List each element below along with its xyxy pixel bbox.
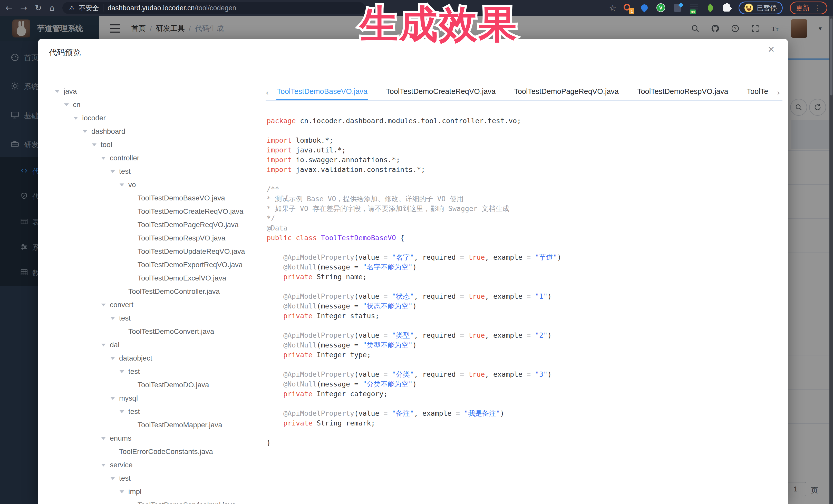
security-warning-icon[interactable]: ⚠ (69, 4, 75, 12)
tree-file[interactable]: ToolTestDemoServiceImpl.java (38, 498, 265, 504)
tree-expand-icon[interactable] (55, 90, 60, 93)
file-tab-0[interactable]: ToolTestDemoBaseVO.java (277, 87, 367, 100)
tree-folder[interactable]: tool (38, 138, 265, 151)
tree-file[interactable]: ToolTestDemoExportReqVO.java (38, 258, 265, 271)
tree-expand-icon[interactable] (101, 157, 106, 160)
tree-expand-icon[interactable] (120, 370, 124, 373)
code-line: * 如果子 VO 存在差异的字段，请不要添加到这里，影响 Swagger 文档生… (267, 204, 561, 214)
tree-folder[interactable]: iocoder (38, 111, 265, 125)
tree-file[interactable]: ToolTestDemoController.java (38, 285, 265, 298)
tree-file[interactable]: ToolTestDemoDO.java (38, 378, 265, 391)
tree-folder[interactable]: test (38, 405, 265, 418)
tree-node-label: vo (128, 181, 136, 189)
tree-folder[interactable]: java (38, 85, 265, 98)
tree-expand-icon[interactable] (101, 464, 106, 466)
tree-file[interactable]: ToolTestDemoCreateReqVO.java (38, 205, 265, 218)
tree-expand-icon[interactable] (120, 490, 124, 493)
tree-expand-icon[interactable] (110, 397, 115, 400)
tree-expand-icon[interactable] (120, 410, 124, 413)
tree-expand-icon[interactable] (101, 344, 106, 346)
tree-node-label: java (64, 87, 77, 95)
tree-folder[interactable]: dal (38, 338, 265, 352)
tree-folder[interactable]: mysql (38, 391, 265, 405)
browser-update-button[interactable]: 更新 ⋮ (790, 2, 827, 15)
code-line (267, 243, 561, 253)
file-tab-3[interactable]: ToolTestDemoRespVO.java (637, 87, 728, 100)
tree-folder[interactable]: test (38, 312, 265, 325)
forward-icon[interactable]: → (20, 4, 27, 12)
tree-expand-icon[interactable] (64, 103, 69, 106)
file-tab-1[interactable]: ToolTestDemoCreateReqVO.java (386, 87, 496, 100)
code-line (267, 428, 561, 438)
tree-file[interactable]: ToolTestDemoPageReqVO.java (38, 218, 265, 232)
tree-file[interactable]: ToolTestDemoUpdateReqVO.java (38, 245, 265, 258)
tree-expand-icon[interactable] (101, 304, 106, 306)
tree-file[interactable]: ToolTestDemoBaseVO.java (38, 191, 265, 205)
tree-file[interactable]: ToolTestDemoConvert.java (38, 325, 265, 338)
tree-folder[interactable]: dashboard (38, 125, 265, 138)
extension-icon[interactable] (673, 3, 682, 13)
tree-folder[interactable]: enums (38, 432, 265, 445)
code-viewer[interactable]: package cn.iocoder.dashboard.modules.too… (267, 116, 561, 448)
tabs-scroll-right-icon[interactable]: › (777, 88, 780, 97)
tree-folder[interactable]: test (38, 165, 265, 178)
tree-expand-icon[interactable] (92, 143, 96, 146)
code-line: @Data (267, 223, 561, 233)
tree-expand-icon[interactable] (110, 477, 115, 480)
tree-node-label: ToolTestDemoDO.java (138, 381, 209, 389)
browser-menu-icon[interactable]: ⋮ (814, 4, 822, 12)
tree-file[interactable]: ToolTestDemoRespVO.java (38, 232, 265, 245)
tree-node-label: test (128, 408, 140, 416)
extension-pin-icon[interactable] (640, 3, 649, 13)
code-line: * 测试示例 Base VO，提供给添加、修改、详细的子 VO 使用 (267, 194, 561, 204)
extension-sprout-icon[interactable] (706, 3, 715, 13)
tree-folder[interactable]: service (38, 458, 265, 472)
tree-expand-icon[interactable] (120, 184, 124, 186)
extension-icon[interactable]: V (657, 3, 666, 13)
extension-icon[interactable]: 1 (624, 3, 633, 13)
profile-paused-button[interactable]: 已暂停 (739, 2, 783, 15)
code-line: private Integer type; (267, 350, 561, 360)
tree-folder[interactable]: cn (38, 98, 265, 111)
window-scrollbar[interactable] (829, 16, 833, 504)
tree-folder[interactable]: impl (38, 485, 265, 498)
extensions-puzzle-icon[interactable] (722, 3, 731, 13)
code-line: import io.swagger.annotations.*; (267, 155, 561, 165)
tree-node-label: enums (110, 434, 132, 442)
file-tab-4[interactable]: ToolTe (747, 87, 768, 100)
bookmark-star-icon[interactable]: ☆ (609, 3, 616, 13)
tree-expand-icon[interactable] (101, 437, 106, 440)
code-line: } (267, 438, 561, 448)
tree-folder[interactable]: dataobject (38, 352, 265, 365)
tree-expand-icon[interactable] (110, 317, 115, 320)
tabs-divider (266, 100, 782, 101)
tree-node-label: dashboard (91, 127, 125, 136)
tree-folder[interactable]: test (38, 365, 265, 378)
back-icon[interactable]: ← (6, 4, 13, 12)
file-tab-2[interactable]: ToolTestDemoPageReqVO.java (514, 87, 619, 100)
tabs-scroll-left-icon[interactable]: ‹ (266, 88, 277, 97)
tree-folder[interactable]: vo (38, 178, 265, 191)
tree-folder[interactable]: convert (38, 298, 265, 312)
reload-icon[interactable]: ↻ (35, 4, 42, 12)
tree-node-label: dal (110, 341, 119, 349)
code-line: private String name; (267, 272, 561, 282)
address-bar[interactable]: ⚠ 不安全 dashboard.yudao.iocoder.cn/tool/co… (62, 2, 365, 14)
code-line (267, 126, 561, 136)
tree-expand-icon[interactable] (73, 117, 78, 120)
tree-expand-icon[interactable] (110, 357, 115, 360)
annotation-text: 生成效果 生成效果 (360, 2, 518, 46)
url-text[interactable]: dashboard.yudao.iocoder.cn/tool/codegen (108, 4, 236, 12)
tree-file[interactable]: ToolErrorCodeConstants.java (38, 445, 265, 458)
tree-folder[interactable]: test (38, 472, 265, 485)
tree-expand-icon[interactable] (82, 130, 87, 133)
home-icon[interactable]: ⌂ (49, 4, 54, 12)
tree-expand-icon[interactable] (110, 170, 115, 173)
close-icon[interactable]: × (768, 44, 775, 55)
tree-file[interactable]: ToolTestDemoMapper.java (38, 418, 265, 432)
tree-folder[interactable]: controller (38, 151, 265, 165)
tree-node-label: controller (110, 154, 139, 162)
tree-file[interactable]: ToolTestDemoExcelVO.java (38, 271, 265, 285)
extension-icon[interactable]: on (689, 3, 698, 13)
code-line: private Integer category; (267, 389, 561, 399)
